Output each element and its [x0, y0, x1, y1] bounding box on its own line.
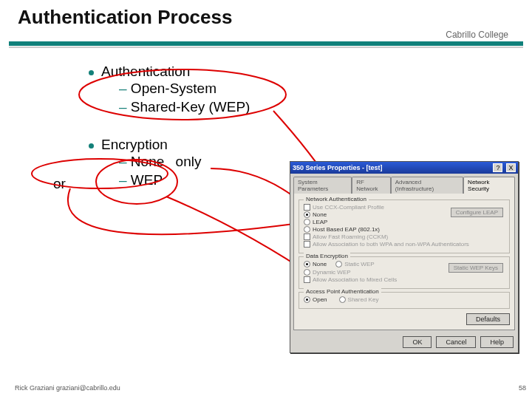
tab-rf-network[interactable]: RF Network: [352, 177, 390, 194]
sub-shared-key: – Shared-Key (WEP): [119, 98, 250, 117]
radio-icon: [304, 211, 310, 218]
group-title-ap-auth: Access Point Authentication: [304, 288, 381, 295]
radio-icon: [304, 269, 310, 276]
close-titlebar-button[interactable]: X: [506, 163, 516, 172]
tab-system-parameters[interactable]: System Parameters: [293, 177, 352, 194]
dialog-button-row: OK Cancel Help: [290, 333, 518, 352]
chk-allow-fast-roaming[interactable]: Allow Fast Roaming (CCKM): [304, 233, 505, 240]
radio-icon: [304, 219, 310, 225]
radio-enc-static-wep[interactable]: Static WEP: [335, 261, 374, 267]
radio-enc-none[interactable]: None: [304, 261, 327, 267]
chk-allow-mixed-cells[interactable]: Allow Association to Mixed Cells: [304, 276, 505, 283]
radio-auth-leap[interactable]: LEAP: [304, 219, 505, 225]
radio-icon: [304, 296, 310, 303]
bullet-auth: Authentication – Open-System – Shared-Ke…: [89, 64, 250, 116]
checkbox-icon: [304, 204, 310, 211]
group-title-data-enc: Data Encryption: [304, 253, 350, 259]
page-number: 58: [519, 384, 526, 392]
chk-allow-wpa-nonwpa[interactable]: Allow Association to both WPA and non-WP…: [304, 241, 505, 248]
footer-text: Rick Graziani graziani@cabrillo.edu: [15, 384, 120, 392]
title-rule: [9, 41, 523, 48]
static-wep-keys-button[interactable]: Static WEP Keys: [449, 263, 503, 273]
bullet-enc-title: Encryption: [101, 137, 201, 153]
tab-network-security[interactable]: Network Security: [463, 177, 515, 194]
dialog-titlebar[interactable]: 350 Series Properties - [test] ? X: [290, 162, 518, 174]
radio-icon: [304, 226, 310, 233]
group-network-authentication: Network Authentication Configure LEAP Us…: [299, 200, 510, 253]
sub-none: – None only: [119, 153, 201, 171]
checkbox-icon: [304, 276, 310, 283]
radio-icon: [335, 261, 342, 267]
radio-auth-host-eap[interactable]: Host Based EAP (802.1x): [304, 226, 505, 233]
or-label: or: [53, 176, 66, 192]
radio-ap-shared-key[interactable]: Shared Key: [339, 296, 379, 303]
help-titlebar-button[interactable]: ?: [493, 163, 502, 172]
tab-advanced[interactable]: Advanced (Infrastructure): [391, 177, 463, 194]
group-title-net-auth: Network Authentication: [304, 196, 369, 202]
cancel-button[interactable]: Cancel: [436, 336, 476, 348]
dialog-tabs: System Parameters RF Network Advanced (I…: [290, 174, 518, 193]
bullet-dot-icon: [89, 143, 94, 149]
slide-content: Authentication – Open-System – Shared-Ke…: [89, 59, 250, 190]
group-data-encryption: Data Encryption Static WEP Keys None Sta…: [299, 256, 510, 289]
sub-wep: – WEP: [119, 171, 201, 190]
bullet-auth-title: Authentication: [101, 64, 250, 80]
checkbox-icon: [304, 233, 310, 240]
help-button[interactable]: Help: [480, 336, 514, 348]
checkbox-icon: [304, 241, 310, 248]
radio-ap-open[interactable]: Open: [304, 296, 327, 303]
group-ap-authentication: Access Point Authentication Open Shared …: [299, 292, 510, 309]
dialog-panel: Network Authentication Configure LEAP Us…: [293, 193, 515, 330]
sub-open-system: – Open-System: [119, 80, 250, 98]
properties-dialog: 350 Series Properties - [test] ? X Syste…: [290, 161, 519, 353]
radio-icon: [304, 261, 310, 267]
bullet-dot-icon: [89, 70, 94, 75]
defaults-button[interactable]: Defaults: [466, 313, 510, 325]
dialog-title: 350 Series Properties - [test]: [293, 164, 383, 171]
radio-icon: [339, 296, 346, 303]
college-label: Cabrillo College: [446, 30, 508, 40]
only-label: only: [176, 154, 202, 169]
configure-leap-button[interactable]: Configure LEAP: [451, 208, 503, 217]
ok-button[interactable]: OK: [403, 336, 432, 348]
page-title: Authentication Process: [18, 6, 232, 29]
bullet-encryption: Encryption – None only – WEP: [89, 137, 250, 189]
